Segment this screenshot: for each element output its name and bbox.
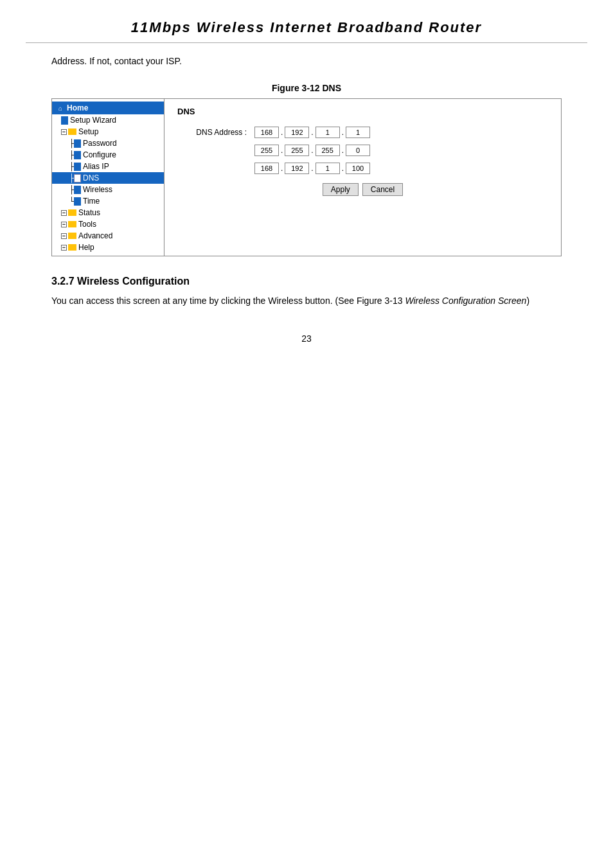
sidebar-item-status[interactable]: − Status — [52, 207, 164, 218]
sidebar-label-time: Time — [83, 197, 100, 206]
dns-row-3: . . . — [177, 163, 548, 174]
folder-icon-tools — [68, 221, 76, 227]
sidebar-item-password[interactable]: ├ Password — [52, 137, 164, 149]
dns-ip-row1: . . . — [254, 127, 370, 138]
sidebar-label-password: Password — [83, 139, 117, 148]
home-icon: ⌂ — [56, 103, 65, 112]
dns-ip2-o4[interactable] — [346, 145, 370, 156]
sep6: . — [341, 146, 344, 155]
dns-address-label: DNS Address : — [177, 128, 254, 137]
main-content: DNS DNS Address : . . . — [164, 99, 561, 256]
expand-status[interactable]: − — [61, 210, 67, 216]
button-row: Apply Cancel — [177, 183, 548, 196]
dns-ip3-o2[interactable] — [285, 163, 309, 174]
dns-ip2-o3[interactable] — [315, 145, 340, 156]
figure-box: ⌂ Home Setup Wizard − Setup ├ Password ├… — [51, 98, 562, 256]
cancel-button[interactable]: Cancel — [362, 183, 403, 196]
dns-title: DNS — [177, 107, 548, 116]
sidebar-item-dns[interactable]: ├ DNS — [52, 172, 164, 184]
section-327-text2: ) — [526, 296, 529, 306]
section-327: 3.2.7 Wireless Configuration You can acc… — [0, 256, 613, 321]
sidebar-label-advanced: Advanced — [78, 231, 112, 240]
sidebar-item-setup-wizard[interactable]: Setup Wizard — [52, 114, 164, 126]
sidebar-label-help: Help — [78, 243, 94, 252]
sidebar-item-tools[interactable]: − Tools — [52, 218, 164, 230]
sidebar-label-home: Home — [67, 103, 88, 112]
sidebar: ⌂ Home Setup Wizard − Setup ├ Password ├… — [52, 99, 164, 256]
section-327-text: You can access this screen at any time b… — [51, 294, 562, 308]
sidebar-label-configure: Configure — [83, 150, 116, 159]
doc-icon-time — [74, 197, 81, 206]
dns-ip2-o1[interactable] — [254, 145, 279, 156]
sidebar-item-alias-ip[interactable]: ├ Alias IP — [52, 161, 164, 172]
intro-text: Address. If not, contact your ISP. — [0, 43, 613, 73]
sidebar-label-status: Status — [78, 208, 100, 217]
tree-line-configure: ├ — [69, 150, 73, 159]
expand-tools[interactable]: − — [61, 222, 67, 227]
section-327-text1: You can access this screen at any time b… — [51, 296, 405, 306]
tree-line-time: └ — [69, 197, 73, 206]
doc-icon-configure — [74, 151, 81, 159]
sidebar-item-wireless[interactable]: ├ Wireless — [52, 184, 164, 195]
expand-advanced[interactable]: − — [61, 233, 67, 239]
tree-line-password: ├ — [69, 139, 73, 148]
dns-form: DNS Address : . . . . . — [177, 127, 548, 196]
section-327-heading: 3.2.7 Wireless Configuration — [51, 276, 562, 287]
sidebar-label-dns: DNS — [83, 173, 99, 182]
tree-line-dns: ├ — [69, 173, 73, 182]
sep2: . — [310, 128, 314, 137]
dns-ip1-o1[interactable] — [254, 127, 279, 138]
page-title: 11Mbps Wireless Internet Broadband Route… — [26, 0, 587, 43]
doc-icon-setup-wizard — [61, 116, 68, 125]
sidebar-item-configure[interactable]: ├ Configure — [52, 149, 164, 161]
folder-icon-status — [68, 209, 76, 216]
dns-row-1: DNS Address : . . . — [177, 127, 548, 138]
apply-button[interactable]: Apply — [323, 183, 359, 196]
doc-icon-password — [74, 139, 81, 148]
expand-help[interactable]: − — [61, 245, 67, 251]
sidebar-item-setup[interactable]: − Setup — [52, 126, 164, 137]
page-number: 23 — [0, 321, 613, 357]
sep1: . — [280, 128, 283, 137]
dns-ip3-o3[interactable] — [315, 163, 340, 174]
sep3: . — [341, 128, 344, 137]
doc-icon-dns — [74, 174, 81, 182]
sidebar-label-setup-wizard: Setup Wizard — [70, 116, 116, 125]
sidebar-label-setup: Setup — [78, 127, 98, 136]
sidebar-label-wireless: Wireless — [83, 185, 112, 194]
dns-ip-row3: . . . — [254, 163, 370, 174]
sep4: . — [280, 146, 283, 155]
sep7: . — [280, 164, 283, 173]
dns-ip2-o2[interactable] — [285, 145, 309, 156]
sep9: . — [341, 164, 344, 173]
section-327-italic: Wireless Configuration Screen — [405, 296, 526, 306]
sidebar-item-advanced[interactable]: − Advanced — [52, 230, 164, 242]
expand-setup[interactable]: − — [61, 129, 67, 135]
dns-ip1-o3[interactable] — [315, 127, 340, 138]
dns-ip3-o4[interactable] — [346, 163, 370, 174]
dns-row-2: . . . — [177, 145, 548, 156]
figure-caption: Figure 3-12 DNS — [0, 83, 613, 93]
sidebar-item-time[interactable]: └ Time — [52, 195, 164, 207]
sidebar-item-help[interactable]: − Help — [52, 242, 164, 253]
tree-line-alias-ip: ├ — [69, 162, 73, 171]
dns-ip3-o1[interactable] — [254, 163, 279, 174]
doc-icon-alias-ip — [74, 163, 81, 171]
doc-icon-wireless — [74, 186, 81, 194]
dns-ip-row2: . . . — [254, 145, 370, 156]
folder-icon-setup — [68, 128, 76, 135]
sidebar-label-tools: Tools — [78, 220, 96, 229]
dns-ip1-o4[interactable] — [346, 127, 370, 138]
sidebar-label-alias-ip: Alias IP — [83, 162, 109, 171]
sep5: . — [310, 146, 314, 155]
sidebar-item-home[interactable]: ⌂ Home — [52, 102, 164, 114]
dns-ip1-o2[interactable] — [285, 127, 309, 138]
sep8: . — [310, 164, 314, 173]
folder-icon-help — [68, 244, 76, 251]
tree-line-wireless: ├ — [69, 185, 73, 194]
folder-icon-advanced — [68, 233, 76, 239]
